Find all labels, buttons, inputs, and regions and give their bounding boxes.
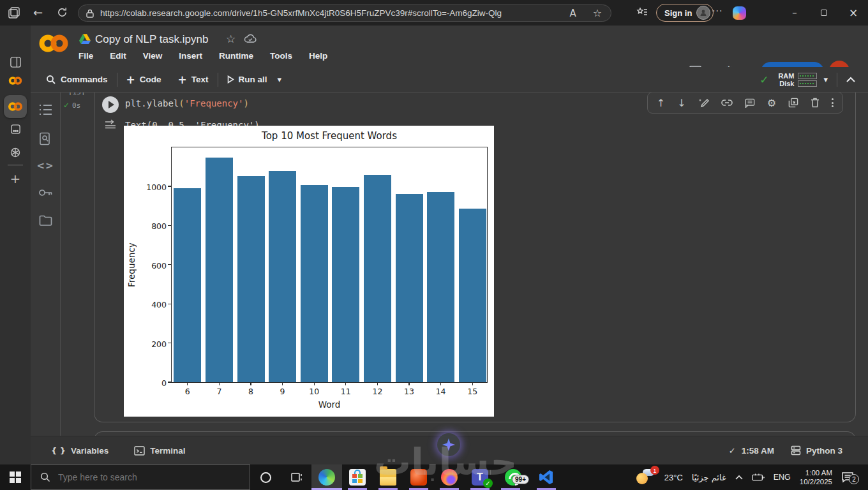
code-line[interactable]: plt.ylabel('Frequency') (125, 98, 249, 108)
tab-activity-icon[interactable] (8, 6, 20, 19)
disk-meter (798, 80, 817, 87)
sidebar-divider (0, 165, 31, 166)
taskbar-app-office[interactable] (403, 464, 434, 490)
weather-widget[interactable]: 1 (635, 469, 655, 486)
taskbar-app-edge[interactable] (311, 464, 342, 490)
sign-in-button[interactable]: Sign in (656, 4, 714, 22)
x-tick-label: 11 (333, 387, 359, 396)
taskbar-clock[interactable]: 1:00 AM 10/2/2025 (800, 468, 832, 486)
taskbar-app-store[interactable] (342, 464, 373, 490)
commands-button[interactable]: Commands (46, 75, 108, 85)
more-cell-actions-icon[interactable] (832, 98, 834, 107)
add-code-button[interactable]: + Code (126, 73, 161, 86)
cell-success-check-icon: ✓ (63, 101, 70, 110)
secrets-key-icon[interactable] (31, 188, 60, 197)
more-options-icon[interactable]: ··· (712, 6, 722, 16)
temperature[interactable]: 23°C (664, 473, 683, 482)
start-button[interactable] (0, 464, 31, 490)
terminal-button[interactable]: Terminal (134, 446, 185, 456)
files-folder-icon[interactable] (31, 215, 60, 226)
notebook-scroll-area[interactable]: [15] ✓ 0s plt.ylabel('Frequency') ↑ ↓ (61, 93, 868, 436)
chatgpt-icon[interactable] (0, 146, 31, 159)
minimize-button[interactable]: – (785, 4, 804, 22)
cell-output-icon[interactable] (105, 119, 116, 129)
taskbar-app-firefox[interactable] (434, 464, 465, 490)
menu-insert[interactable]: Insert (179, 51, 202, 61)
whatsapp-badge: 99+ (512, 475, 529, 484)
notification-center[interactable]: 2 (841, 471, 854, 483)
battery-icon[interactable] (752, 473, 765, 481)
run-all-caret-icon[interactable]: ▾ (278, 75, 282, 84)
variables-button[interactable]: { } Variables (51, 446, 108, 456)
refresh-icon[interactable] (56, 6, 68, 19)
weather-condition[interactable]: غائم جزئيًا (692, 473, 726, 482)
add-sidebar-item-icon[interactable]: + (0, 171, 31, 186)
search-input[interactable] (58, 472, 218, 482)
copilot-icon[interactable] (733, 6, 746, 20)
plus-icon: + (126, 73, 135, 86)
x-tick-mark (282, 382, 283, 385)
windows-logo-icon (10, 471, 21, 483)
favorite-star-icon[interactable]: ☆ (593, 7, 602, 19)
table-of-contents-icon[interactable] (31, 104, 60, 115)
bar (237, 176, 265, 382)
menu-view[interactable]: View (143, 51, 163, 61)
find-replace-icon[interactable] (31, 132, 60, 145)
close-button[interactable]: × (844, 4, 863, 22)
run-cell-button[interactable] (102, 96, 119, 113)
language-indicator[interactable]: ENG (774, 473, 791, 482)
gemini-button[interactable] (437, 433, 460, 456)
colab-tab-active-icon[interactable] (4, 95, 27, 118)
task-view-icon (290, 471, 303, 483)
collapse-header-icon[interactable] (846, 77, 855, 82)
kernel-selector[interactable]: Python 3 (791, 445, 842, 456)
move-cell-up-icon[interactable]: ↑ (657, 97, 665, 109)
menu-edit[interactable]: Edit (110, 51, 126, 61)
colab-tab-icon[interactable] (0, 77, 31, 85)
code-cell[interactable]: plt.ylabel('Frequency') ↑ ↓ (94, 93, 856, 422)
tray-expand-icon[interactable] (735, 475, 743, 480)
search-icon (40, 472, 50, 482)
taskbar-app-explorer[interactable] (373, 464, 403, 490)
address-bar[interactable]: https://colab.research.google.com/drive/… (78, 4, 611, 22)
comment-cell-icon[interactable] (745, 98, 755, 108)
taskbar-app-vscode[interactable] (531, 464, 562, 490)
ai-edit-icon[interactable] (698, 98, 709, 108)
maximize-button[interactable] (814, 4, 834, 22)
add-text-button[interactable]: + Text (178, 73, 209, 86)
menu-help[interactable]: Help (309, 51, 327, 61)
run-all-button[interactable]: Run all (227, 75, 267, 84)
read-aloud-icon[interactable]: A (569, 8, 576, 19)
cortana-button[interactable] (250, 464, 281, 490)
back-icon[interactable]: ← (33, 6, 43, 19)
delete-cell-icon[interactable] (811, 98, 819, 108)
cell-settings-gear-icon[interactable]: ⚙ (767, 97, 776, 109)
document-tab-icon[interactable] (0, 123, 31, 135)
task-view-button[interactable] (281, 464, 311, 490)
resource-monitor[interactable]: RAM Disk (776, 72, 817, 87)
y-tick-label: 0 (140, 378, 167, 388)
menu-tools[interactable]: Tools (270, 51, 292, 61)
menu-runtime[interactable]: Runtime (219, 51, 253, 61)
notebook-title[interactable]: Copy of NLP task.ipynb (95, 33, 208, 46)
taskbar-app-teams[interactable]: T ✓ (465, 464, 495, 490)
taskbar-app-whatsapp[interactable]: 99+ (495, 464, 531, 490)
star-icon[interactable]: ☆ (226, 33, 236, 45)
next-cell-partial[interactable] (94, 431, 856, 436)
bar (427, 192, 454, 382)
sidebar-panel-icon[interactable] (0, 56, 31, 68)
code-snippets-icon[interactable]: <> (31, 160, 60, 172)
colab-logo[interactable] (38, 34, 69, 52)
favorites-bar-icon[interactable] (636, 6, 648, 19)
taskbar-search[interactable] (31, 464, 250, 490)
menu-file[interactable]: File (79, 51, 93, 61)
cloud-save-icon[interactable] (244, 34, 257, 43)
code-token-paren: ) (243, 98, 248, 108)
mirror-cell-icon[interactable] (788, 98, 798, 108)
link-cell-icon[interactable] (721, 100, 733, 106)
y-tick-label: 600 (140, 261, 167, 271)
menubar: File Edit View Insert Runtime Tools Help (79, 51, 344, 61)
resources-caret-icon[interactable]: ▾ (823, 75, 828, 84)
move-cell-down-icon[interactable]: ↓ (677, 97, 685, 109)
microsoft-store-icon (349, 469, 366, 486)
